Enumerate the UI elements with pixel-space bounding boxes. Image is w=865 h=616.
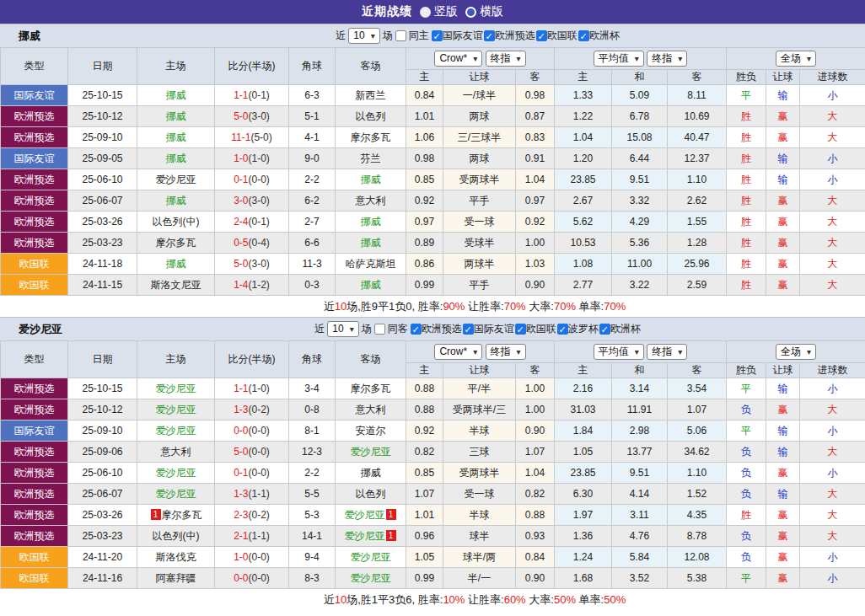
competition-label: 欧洲预选	[422, 322, 462, 336]
avg-away-odds: 40.47	[668, 127, 727, 148]
crow-select-value: Crow*	[439, 52, 467, 65]
filter-bar: 近 10▾ 场 同客 ✓欧洲预选✓国际友谊✓欧国联✓波罗杯✓欧洲杯	[223, 321, 641, 337]
away-team-cell: 挪威	[336, 275, 406, 296]
competition-label: 欧国联	[526, 322, 556, 336]
avg-away-odds: 3.54	[668, 378, 727, 399]
competition-type-badge: 欧洲预选	[1, 484, 68, 505]
halftime-score: (5-0)	[250, 131, 271, 143]
full-match-select[interactable]: 全场▾	[776, 344, 816, 360]
handicap-line: 两球	[443, 148, 516, 169]
col-header-home: 主场	[137, 341, 215, 378]
subcol-avg-away: 客	[668, 363, 727, 378]
match-date: 24-11-18	[68, 254, 137, 275]
competition-checkbox[interactable]: ✓	[484, 30, 495, 41]
score-cell: 0-0(0-0)	[215, 568, 289, 589]
match-date: 25-10-15	[68, 85, 137, 106]
home-team-cell: 阿塞拜疆	[137, 568, 215, 589]
competition-checkbox[interactable]: ✓	[599, 324, 610, 335]
goals-outcome: 大	[800, 254, 865, 275]
avg-draw-odds: 5.36	[612, 233, 668, 254]
score-cell: 0-1(0-0)	[215, 463, 289, 484]
competition-type-badge: 欧国联	[1, 547, 68, 568]
competition-checkbox[interactable]: ✓	[515, 324, 526, 335]
away-odds: 0.88	[516, 505, 555, 526]
competition-checkbox[interactable]: ✓	[411, 324, 422, 335]
home-odds: 1.05	[406, 547, 443, 568]
same-venue-label: 同主	[409, 29, 429, 43]
match-count-select[interactable]: 10▾	[327, 321, 358, 337]
competition-checkbox[interactable]: ✓	[578, 30, 589, 41]
subcol-result: 胜负	[727, 363, 766, 378]
handicap-outcome: 赢	[766, 275, 800, 296]
home-odds: 0.97	[406, 212, 443, 233]
avg-draw-odds: 6.78	[612, 106, 668, 127]
home-team-name: 挪威	[166, 153, 186, 164]
subcol-goals-result: 进球数	[800, 70, 865, 85]
corner-score: 2-2	[289, 169, 336, 190]
competition-checkbox[interactable]: ✓	[536, 30, 547, 41]
competition-type-badge: 欧洲预选	[1, 378, 68, 399]
section-summary: 近10场,胜1平3负6, 胜率:10% 让胜率:60% 大率:50% 单率:50…	[0, 589, 865, 610]
away-team-cell: 摩尔多瓦	[336, 378, 406, 399]
same-venue-checkbox[interactable]	[395, 30, 406, 41]
average-select[interactable]: 平均值▾	[594, 344, 644, 360]
home-team-cell: 爱沙尼亚	[137, 463, 215, 484]
halftime-score: (1-0)	[249, 153, 270, 164]
home-team-cell: 挪威	[137, 106, 215, 127]
home-team-name: 爱沙尼亚	[156, 467, 196, 479]
avg-home-odds: 1.68	[555, 568, 612, 589]
home-odds: 0.88	[406, 399, 443, 420]
match-date: 24-11-15	[68, 275, 137, 296]
home-odds: 0.96	[406, 526, 443, 547]
corner-score: 2-2	[289, 463, 336, 484]
match-row: 欧洲预选25-10-15爱沙尼亚1-1(1-0)3-4摩尔多瓦0.88平/半1.…	[1, 378, 865, 399]
layout-radio-horizontal[interactable]: 横版	[465, 4, 503, 19]
section-header: 爱沙尼亚 近 10▾ 场 同客 ✓欧洲预选✓国际友谊✓欧国联✓波罗杯✓欧洲杯	[0, 317, 865, 340]
home-odds: 1.01	[406, 505, 443, 526]
summary-text: 50%	[604, 593, 626, 606]
results-table: 类型 日期 主场 比分(半场) 角球 客场 Crow*▾ 终指▾ 平均值▾ 终指…	[0, 47, 865, 296]
home-team-name: 爱沙尼亚	[156, 425, 196, 437]
same-venue-checkbox[interactable]	[374, 324, 385, 335]
goals-outcome: 小	[800, 378, 865, 399]
summary-text: 大率:	[526, 300, 554, 313]
final-odds-select-2-value: 终指	[652, 52, 672, 65]
handicap-outcome: 赢	[766, 190, 800, 212]
match-date: 25-09-06	[68, 442, 137, 463]
fulltime-score: 1-1	[234, 89, 248, 101]
crow-select[interactable]: Crow*▾	[434, 344, 482, 360]
handicap-outcome: 赢	[766, 254, 800, 275]
col-header-score: 比分(半场)	[215, 48, 289, 85]
layout-radio-vertical[interactable]: 竖版	[420, 4, 458, 19]
match-row: 欧洲预选25-06-07挪威3-0(3-0)6-2意大利0.92平手0.972.…	[1, 190, 865, 212]
col-header-corner: 角球	[289, 341, 336, 378]
page-title: 近期战绩	[362, 4, 412, 19]
match-count-select[interactable]: 10▾	[348, 28, 379, 44]
final-odds-select-2[interactable]: 终指▾	[647, 51, 687, 67]
average-select[interactable]: 平均值▾	[594, 51, 644, 67]
match-row: 欧洲预选25-10-12爱沙尼亚1-3(0-2)0-8意大利0.88受两球半/三…	[1, 399, 865, 420]
goals-outcome: 小	[800, 148, 865, 169]
final-odds-select-2[interactable]: 终指▾	[647, 344, 687, 360]
match-date: 25-10-15	[68, 378, 137, 399]
away-team-name: 以色列	[356, 110, 386, 122]
home-team-cell: 爱沙尼亚	[137, 420, 215, 442]
competition-checkbox[interactable]: ✓	[463, 324, 474, 335]
handicap-line: 平/半	[443, 378, 516, 399]
corner-score: 11-3	[289, 254, 336, 275]
away-team-cell: 爱沙尼亚	[336, 547, 406, 568]
competition-type-badge: 欧洲预选	[1, 505, 68, 526]
match-row: 欧洲预选25-03-26以色列(中)2-4(0-1)2-7挪威0.97受一球0.…	[1, 212, 865, 233]
handicap-line: 球半	[443, 526, 516, 547]
competition-checkbox[interactable]: ✓	[557, 324, 568, 335]
summary-text: 近	[324, 593, 335, 606]
final-odds-select[interactable]: 终指▾	[486, 344, 526, 360]
competition-checkbox[interactable]: ✓	[432, 30, 443, 41]
result-outcome: 胜	[727, 212, 766, 233]
full-match-select[interactable]: 全场▾	[776, 51, 816, 67]
summary-text: 70%	[504, 300, 526, 313]
chevron-down-icon: ▾	[635, 345, 639, 358]
handicap-outcome: 输	[766, 484, 800, 505]
crow-select[interactable]: Crow*▾	[434, 51, 482, 67]
final-odds-select[interactable]: 终指▾	[486, 51, 526, 67]
